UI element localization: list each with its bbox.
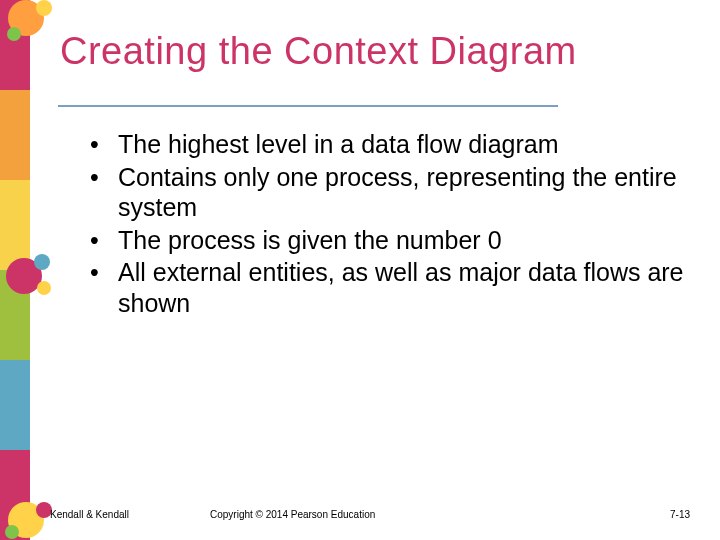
footer-authors: Kendall & Kendall bbox=[50, 509, 190, 520]
dot-cluster-icon bbox=[4, 496, 54, 540]
footer-copyright: Copyright © 2014 Pearson Education bbox=[190, 509, 640, 520]
list-item: Contains only one process, representing … bbox=[90, 162, 690, 223]
svg-point-2 bbox=[7, 27, 21, 41]
left-decoration-stripe bbox=[0, 0, 30, 540]
slide-title: Creating the Context Diagram bbox=[60, 30, 710, 73]
slide-content: Creating the Context Diagram The highest… bbox=[50, 0, 710, 540]
list-item: The process is given the number 0 bbox=[90, 225, 690, 256]
bullet-list: The highest level in a data flow diagram… bbox=[90, 129, 690, 318]
slide-footer: Kendall & Kendall Copyright © 2014 Pears… bbox=[50, 509, 700, 520]
title-rule bbox=[58, 105, 558, 107]
stripe-seg bbox=[0, 360, 30, 450]
list-item: The highest level in a data flow diagram bbox=[90, 129, 690, 160]
svg-point-5 bbox=[37, 281, 51, 295]
footer-page-number: 7-13 bbox=[640, 509, 700, 520]
dot-cluster-icon bbox=[4, 0, 54, 44]
dot-cluster-icon bbox=[4, 250, 54, 300]
list-item: All external entities, as well as major … bbox=[90, 257, 690, 318]
svg-point-8 bbox=[5, 525, 19, 539]
stripe-seg bbox=[0, 90, 30, 180]
svg-point-4 bbox=[34, 254, 50, 270]
